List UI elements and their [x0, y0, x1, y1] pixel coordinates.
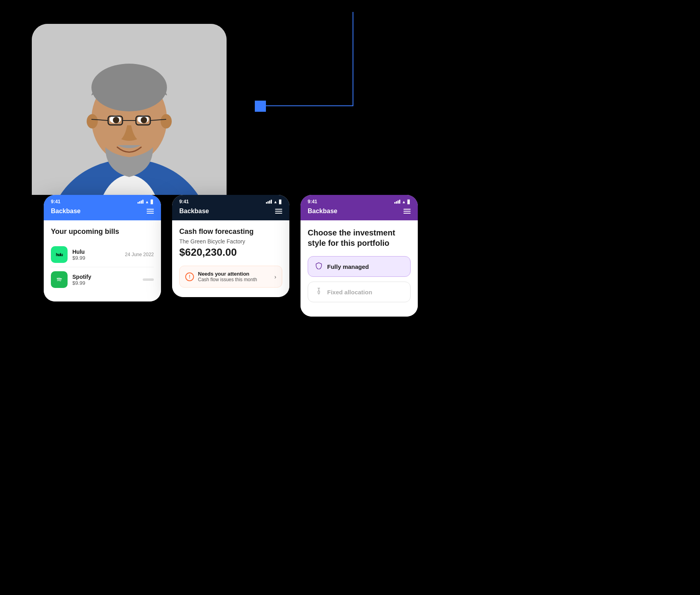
bills-body: Your upcoming bills hulu Hulu $9.99 24 J… — [44, 220, 161, 301]
fully-managed-label: Fully managed — [327, 263, 369, 270]
attention-warning-icon: ! — [185, 272, 194, 281]
battery-icon-3: ▊ — [407, 200, 411, 204]
spotify-price: $9.99 — [72, 280, 138, 286]
nav-bar-3: Backbase — [308, 208, 411, 215]
nav-bar-1: Backbase — [51, 208, 154, 215]
status-bar-1: 9:41 ▲ ▊ — [51, 199, 154, 204]
spotify-dots — [143, 278, 154, 281]
phone-investment: 9:41 ▲ ▊ Backbase — [301, 195, 418, 317]
hulu-logo: hulu — [51, 246, 68, 263]
phone-bills: 9:41 ▲ ▊ Backbase — [44, 195, 161, 301]
spotify-logo — [51, 271, 68, 288]
bills-title: Your upcoming bills — [51, 228, 154, 236]
svg-point-6 — [87, 114, 98, 128]
svg-point-7 — [161, 114, 172, 128]
wifi-icon-2: ▲ — [273, 200, 277, 204]
menu-button-2[interactable] — [275, 209, 282, 214]
time-1: 9:41 — [51, 199, 60, 204]
attention-subtitle: Cash flow issues this month — [198, 277, 270, 282]
spotify-name: Spotify — [72, 274, 138, 280]
status-icons-2: ▲ ▊ — [266, 200, 282, 204]
menu-button-1[interactable] — [147, 209, 154, 214]
fixed-allocation-label: Fixed allocation — [327, 289, 372, 296]
cashflow-amount: $620,230.00 — [179, 246, 282, 259]
cashflow-title: Cash flow forecasting — [179, 228, 282, 236]
connector-v-line — [353, 12, 353, 106]
cashflow-body: Cash flow forecasting The Green Bicycle … — [172, 220, 289, 297]
status-bar-3: 9:41 ▲ ▊ — [308, 199, 411, 204]
company-name: The Green Bicycle Factory — [179, 238, 282, 245]
logo-2: Backbase — [179, 208, 209, 215]
battery-icon-1: ▊ — [151, 200, 154, 204]
time-2: 9:41 — [179, 199, 189, 204]
option-fully-managed[interactable]: Fully managed — [308, 256, 411, 277]
phones-container: 9:41 ▲ ▊ Backbase — [44, 195, 418, 317]
attention-title: Needs your attention — [198, 271, 270, 277]
status-icons-3: ▲ ▊ — [394, 200, 411, 204]
hulu-info: Hulu $9.99 — [72, 249, 120, 261]
investment-title: Choose the investment style for this por… — [308, 228, 411, 248]
investment-body: Choose the investment style for this por… — [301, 220, 418, 317]
svg-point-10 — [113, 117, 119, 123]
shield-icon — [315, 262, 322, 271]
hulu-price: $9.99 — [72, 255, 120, 261]
hulu-date: 24 June 2022 — [125, 252, 154, 257]
time-3: 9:41 — [308, 199, 317, 204]
nav-bar-2: Backbase — [179, 208, 282, 215]
spotify-info: Spotify $9.99 — [72, 274, 138, 286]
connector-dot — [255, 101, 266, 112]
option-fixed-allocation[interactable]: Fixed allocation — [308, 282, 411, 302]
attention-card[interactable]: ! Needs your attention Cash flow issues … — [179, 266, 282, 288]
menu-button-3[interactable] — [403, 209, 411, 214]
wifi-icon-1: ▲ — [145, 200, 149, 204]
wifi-icon-3: ▲ — [402, 200, 406, 204]
chevron-right-icon: › — [274, 274, 276, 280]
bill-item-spotify[interactable]: Spotify $9.99 — [51, 267, 154, 292]
person-photo — [32, 24, 227, 195]
svg-point-11 — [141, 117, 147, 123]
hulu-name: Hulu — [72, 249, 120, 255]
logo-1: Backbase — [51, 208, 81, 215]
battery-icon-2: ▊ — [279, 200, 282, 204]
logo-3: Backbase — [308, 208, 337, 215]
connector-h-line — [266, 105, 353, 106]
status-icons-1: ▲ ▊ — [138, 200, 154, 204]
attention-text: Needs your attention Cash flow issues th… — [198, 271, 270, 282]
status-bar-2: 9:41 ▲ ▊ — [179, 199, 282, 204]
phone-cashflow: 9:41 ▲ ▊ Backbase — [172, 195, 289, 297]
bill-item-hulu[interactable]: hulu Hulu $9.99 24 June 2022 — [51, 242, 154, 267]
pin-icon — [315, 288, 322, 296]
